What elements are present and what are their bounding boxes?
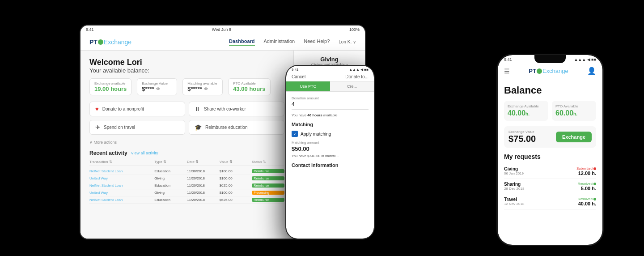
dot-green-2 [593, 198, 596, 201]
available-text: You have 40 hours available [292, 113, 369, 117]
hamburger-icon[interactable]: ☰ [504, 68, 510, 75]
balance-cards-grid: Exchange Available 40.00h. PTO Available… [504, 101, 596, 121]
phone2-time: 9:41 [504, 57, 512, 65]
tablet-nav-links: Dashboard Administration Need Help? [229, 38, 330, 46]
request-row-giving: Giving 06 Jan 2019 Submitted 12.00 h. [504, 164, 596, 179]
apply-matching-row: ✓ Apply matching [292, 131, 369, 137]
share-icon: ⏸ [195, 106, 200, 112]
action-donate[interactable]: ♥ Donate to a nonprofit [89, 102, 185, 116]
phone1-body: Donation amount 4 You have 40 hours avai… [286, 92, 374, 239]
req-status-resolved-1: Resolved [578, 182, 596, 186]
view-all-link[interactable]: View all activity [131, 151, 158, 155]
action-donate-label: Donate to a nonprofit [102, 107, 144, 111]
tab-use-pto[interactable]: Use PTO [286, 81, 330, 91]
exchange-available-value: 40.00h. [508, 109, 545, 117]
cancel-button[interactable]: Cancel [292, 74, 305, 79]
balance-row: Exchange available 19.00 hours Exchange … [89, 78, 284, 95]
req-status-submitted: Submitted [576, 166, 596, 171]
matching-amount-value: $50.00 [292, 145, 369, 152]
matching-note: You have $740.00 in matchi... [292, 154, 369, 158]
phone2-device: 9:41 ▲▲▲ ◀ ■■ ☰ PT Exchange 👤 Balance Ex… [496, 54, 604, 246]
phone1-header: Cancel Donate to... [286, 73, 374, 81]
exchange-value-card: Exchange Value $75.00 Exchange [504, 126, 596, 148]
logo-exchange: Exchange [104, 38, 131, 46]
table-row: NelNet Student Loan Education 11/20/2018… [89, 196, 284, 204]
action-travel[interactable]: ✈ Spend on travel [89, 120, 185, 135]
donation-amount-value[interactable]: 4 [292, 101, 369, 110]
tablet-nav-user[interactable]: Lori K. ∨ [339, 39, 356, 44]
action-education-label: Reimburse education [205, 125, 248, 130]
education-icon: 🎓 [195, 124, 202, 131]
tablet-main: Welcome Lori Your available balance: Exc… [80, 51, 293, 239]
recent-title: Recent activity [89, 150, 127, 156]
logo-o-p2 [537, 68, 542, 74]
exchange-button[interactable]: Exchange [556, 132, 592, 142]
action-grid: ♥ Donate to a nonprofit ⏸ Share with co-… [89, 102, 284, 135]
phone1-time: 9:41 [292, 68, 299, 72]
exchange-value-label: Exchange Value [508, 130, 536, 134]
tab-cre[interactable]: Cre... [330, 81, 374, 91]
card-pto-available: PTO Available 60.00h. [552, 101, 596, 121]
tablet-time: 9:41 [86, 27, 94, 32]
eye-icon-2[interactable]: 👁 [204, 87, 208, 91]
phone2-logo: PT Exchange [529, 68, 568, 74]
balance-heading: Balance [504, 85, 596, 96]
my-requests-title: My requests [504, 153, 596, 160]
table-header: Transaction ⇅ Type ⇅ Date ⇅ Value ⇅ Stat… [89, 160, 284, 166]
table-row: United Way Giving 11/20/2018 $100.00 Rei… [89, 175, 284, 182]
action-education[interactable]: 🎓 Reimburse education [189, 120, 284, 135]
request-row-travel: Travel 12 Nov 2018 Resolved 40.00 h. [504, 194, 596, 209]
req-status-resolved-2: Resolved [578, 197, 596, 201]
matching-amount-label: Matching amount [292, 141, 369, 145]
phone2-signals: ▲▲▲ ◀ ■■ [574, 57, 596, 65]
balance-exchange-value: Exchange Value $**** 👁 [137, 78, 177, 95]
phone1-device: 9:41 ▲▲▲ ◀ ■■ Cancel Donate to... Use PT… [285, 65, 375, 239]
matching-section-title: Matching [292, 122, 369, 127]
phone2-body: Balance Exchange Available 40.00h. PTO A… [498, 79, 602, 245]
travel-icon: ✈ [95, 124, 100, 131]
action-travel-label: Spend on travel [104, 125, 135, 130]
tablet-date: Wed Jun 8 [212, 27, 231, 32]
phone2-notch [534, 55, 566, 63]
tablet-status-bar: 9:41 Wed Jun 8 100% [80, 26, 365, 34]
giving-title: Giving [320, 56, 338, 63]
balance-exchange-available: Exchange available 19.00 hours [89, 78, 131, 95]
action-share[interactable]: ⏸ Share with co-worker [189, 102, 284, 116]
table-row: NelNet Student Loan Education 11/20/2018… [89, 182, 284, 189]
action-share-label: Share with co-worker [204, 107, 246, 111]
logo-o [98, 39, 103, 45]
table-row: NelNet Student Loan Education 11/30/2018… [89, 168, 284, 175]
donation-amount-label: Donation amount [292, 96, 369, 100]
heart-icon: ♥ [95, 106, 99, 112]
phone2-topbar: ☰ PT Exchange 👤 [498, 65, 602, 79]
contact-info-title: Contact information [292, 162, 369, 168]
logo-exchange-p2: Exchange [542, 68, 568, 74]
nav-administration[interactable]: Administration [264, 38, 295, 46]
tablet-battery: 100% [349, 27, 360, 32]
tablet-logo: PT Exchange [89, 38, 131, 46]
pto-available-value: 60.00h. [555, 109, 593, 117]
phone1-tabs: Use PTO Cre... [286, 81, 374, 92]
tablet-nav: PT Exchange Dashboard Administration Nee… [80, 34, 365, 51]
welcome-title: Welcome Lori [89, 58, 284, 67]
phone1-header-title: Donate to... [345, 74, 369, 79]
eye-icon[interactable]: 👁 [156, 87, 160, 91]
dot-red [593, 167, 596, 170]
balance-matching: Matching available $***** 👁 [182, 78, 223, 95]
nav-dashboard[interactable]: Dashboard [229, 38, 254, 46]
table-row: United Way Giving 11/20/2018 $100.00 Pro… [89, 189, 284, 196]
recent-activity-header: Recent activity View all activity [89, 150, 284, 156]
apply-matching-checkbox[interactable]: ✓ [292, 131, 298, 137]
person-icon[interactable]: 👤 [587, 67, 596, 75]
exchange-value-amount: $75.00 [508, 134, 536, 144]
nav-help[interactable]: Need Help? [304, 38, 330, 46]
phone1-status-bar: 9:41 ▲▲▲ ◀ ■■ [286, 66, 374, 73]
exchange-available-label: Exchange Available [508, 104, 545, 108]
request-row-sharing: Sharing 28 Dec 2018 Resolved 5.00 h. [504, 179, 596, 194]
welcome-subtitle: Your available balance: [89, 67, 284, 74]
phone1-screen: 9:41 ▲▲▲ ◀ ■■ Cancel Donate to... Use PT… [286, 66, 374, 239]
balance-pto: PTO Available 43.00 hours [228, 78, 270, 95]
more-actions[interactable]: ∨ More actions [89, 140, 284, 145]
phone1-signals: ▲▲▲ ◀ ■■ [349, 68, 369, 72]
dot-green-1 [593, 183, 596, 185]
